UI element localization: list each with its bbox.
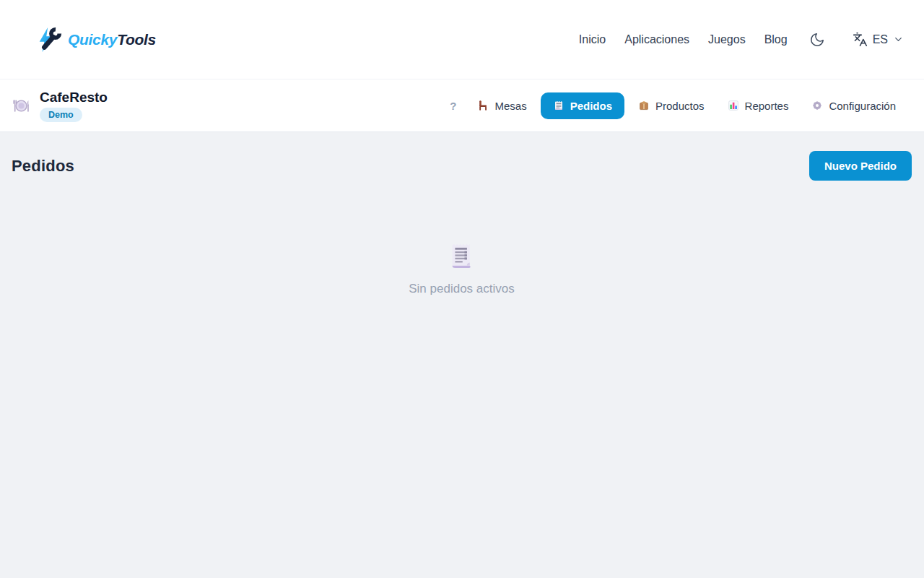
gear-icon bbox=[811, 100, 823, 111]
bar-chart-icon bbox=[728, 100, 739, 111]
tab-productos[interactable]: Productos bbox=[629, 93, 714, 118]
top-navbar: QuickyTools Inicio Aplicaciones Juegos B… bbox=[0, 0, 924, 79]
empty-state-message: Sin pedidos activos bbox=[409, 282, 514, 296]
package-icon bbox=[638, 100, 650, 111]
help-button[interactable]: ? bbox=[443, 95, 463, 116]
tab-mesas[interactable]: Mesas bbox=[468, 93, 536, 118]
receipt-icon bbox=[553, 100, 565, 111]
nav-link-blog[interactable]: Blog bbox=[764, 33, 788, 46]
tab-label: Pedidos bbox=[570, 100, 612, 112]
receipt-icon bbox=[445, 240, 479, 273]
tab-label: Reportes bbox=[745, 100, 789, 112]
chair-icon bbox=[477, 100, 489, 111]
main-content: Pedidos Nuevo Pedido Sin pedidos activos bbox=[0, 132, 924, 296]
app-title: CafeResto bbox=[40, 90, 108, 105]
quickytools-logo-icon bbox=[36, 26, 64, 53]
empty-state: Sin pedidos activos bbox=[12, 240, 912, 296]
moon-icon bbox=[809, 32, 825, 48]
nav-link-juegos[interactable]: Juegos bbox=[708, 33, 746, 46]
app-header-bar: CafeResto Demo ? Mesas bbox=[0, 79, 924, 132]
tab-label: Productos bbox=[655, 100, 705, 112]
demo-badge: Demo bbox=[40, 108, 82, 122]
nav-link-inicio[interactable]: Inicio bbox=[579, 33, 606, 46]
app-identity: CafeResto Demo bbox=[12, 90, 108, 122]
chevron-down-icon bbox=[893, 34, 904, 45]
tab-label: Configuración bbox=[829, 100, 896, 112]
tab-reportes[interactable]: Reportes bbox=[718, 93, 798, 118]
top-navigation: Inicio Aplicaciones Juegos Blog ES bbox=[579, 29, 904, 51]
language-selector[interactable]: ES bbox=[853, 32, 904, 47]
language-code: ES bbox=[873, 33, 888, 46]
nav-link-aplicaciones[interactable]: Aplicaciones bbox=[624, 33, 689, 46]
tab-label: Mesas bbox=[494, 100, 526, 112]
fork-knife-plate-icon bbox=[12, 96, 31, 116]
theme-toggle-button[interactable] bbox=[806, 29, 828, 51]
nuevo-pedido-button[interactable]: Nuevo Pedido bbox=[809, 151, 912, 181]
page-title: Pedidos bbox=[12, 157, 74, 176]
page-header-row: Pedidos Nuevo Pedido bbox=[12, 151, 912, 181]
languages-icon bbox=[853, 32, 868, 47]
tab-pedidos[interactable]: Pedidos bbox=[541, 92, 624, 119]
brand-name: QuickyTools bbox=[68, 31, 156, 48]
app-tabbar: ? Mesas bbox=[443, 92, 905, 119]
brand-logo[interactable]: QuickyTools bbox=[36, 26, 156, 53]
tab-configuracion[interactable]: Configuración bbox=[802, 93, 905, 118]
